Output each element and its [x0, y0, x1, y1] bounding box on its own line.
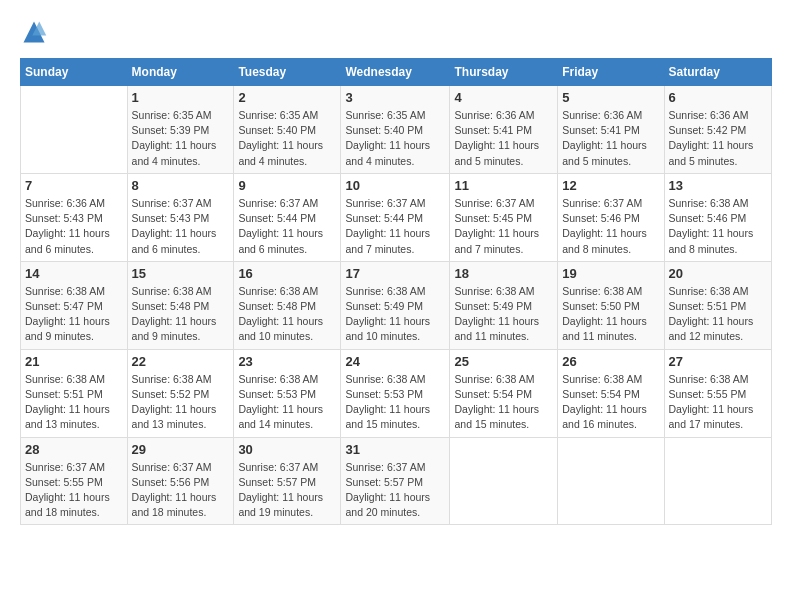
calendar-cell: 21Sunrise: 6:38 AM Sunset: 5:51 PM Dayli…: [21, 349, 128, 437]
day-info: Sunrise: 6:36 AM Sunset: 5:43 PM Dayligh…: [25, 196, 123, 257]
calendar-cell: 6Sunrise: 6:36 AM Sunset: 5:42 PM Daylig…: [664, 86, 771, 174]
calendar-cell: 4Sunrise: 6:36 AM Sunset: 5:41 PM Daylig…: [450, 86, 558, 174]
calendar-cell: 27Sunrise: 6:38 AM Sunset: 5:55 PM Dayli…: [664, 349, 771, 437]
calendar-cell: 31Sunrise: 6:37 AM Sunset: 5:57 PM Dayli…: [341, 437, 450, 525]
calendar-cell: 1Sunrise: 6:35 AM Sunset: 5:39 PM Daylig…: [127, 86, 234, 174]
day-info: Sunrise: 6:37 AM Sunset: 5:56 PM Dayligh…: [132, 460, 230, 521]
day-number: 2: [238, 90, 336, 105]
calendar-cell: 10Sunrise: 6:37 AM Sunset: 5:44 PM Dayli…: [341, 173, 450, 261]
header-saturday: Saturday: [664, 59, 771, 86]
day-number: 18: [454, 266, 553, 281]
calendar-cell: 12Sunrise: 6:37 AM Sunset: 5:46 PM Dayli…: [558, 173, 664, 261]
day-info: Sunrise: 6:38 AM Sunset: 5:48 PM Dayligh…: [132, 284, 230, 345]
calendar-cell: 15Sunrise: 6:38 AM Sunset: 5:48 PM Dayli…: [127, 261, 234, 349]
day-number: 19: [562, 266, 659, 281]
day-number: 1: [132, 90, 230, 105]
calendar-cell: 22Sunrise: 6:38 AM Sunset: 5:52 PM Dayli…: [127, 349, 234, 437]
calendar-cell: 8Sunrise: 6:37 AM Sunset: 5:43 PM Daylig…: [127, 173, 234, 261]
day-info: Sunrise: 6:37 AM Sunset: 5:44 PM Dayligh…: [345, 196, 445, 257]
calendar-cell: [450, 437, 558, 525]
day-number: 23: [238, 354, 336, 369]
calendar-cell: 28Sunrise: 6:37 AM Sunset: 5:55 PM Dayli…: [21, 437, 128, 525]
day-number: 14: [25, 266, 123, 281]
day-number: 21: [25, 354, 123, 369]
day-info: Sunrise: 6:38 AM Sunset: 5:51 PM Dayligh…: [25, 372, 123, 433]
header-friday: Friday: [558, 59, 664, 86]
header-sunday: Sunday: [21, 59, 128, 86]
header-row: SundayMondayTuesdayWednesdayThursdayFrid…: [21, 59, 772, 86]
day-number: 15: [132, 266, 230, 281]
day-info: Sunrise: 6:37 AM Sunset: 5:45 PM Dayligh…: [454, 196, 553, 257]
day-number: 8: [132, 178, 230, 193]
week-row-4: 21Sunrise: 6:38 AM Sunset: 5:51 PM Dayli…: [21, 349, 772, 437]
day-number: 13: [669, 178, 767, 193]
calendar-cell: 11Sunrise: 6:37 AM Sunset: 5:45 PM Dayli…: [450, 173, 558, 261]
calendar-cell: [21, 86, 128, 174]
day-number: 12: [562, 178, 659, 193]
day-info: Sunrise: 6:38 AM Sunset: 5:53 PM Dayligh…: [238, 372, 336, 433]
day-info: Sunrise: 6:38 AM Sunset: 5:54 PM Dayligh…: [562, 372, 659, 433]
day-info: Sunrise: 6:38 AM Sunset: 5:53 PM Dayligh…: [345, 372, 445, 433]
day-info: Sunrise: 6:35 AM Sunset: 5:40 PM Dayligh…: [345, 108, 445, 169]
day-number: 9: [238, 178, 336, 193]
day-info: Sunrise: 6:37 AM Sunset: 5:57 PM Dayligh…: [238, 460, 336, 521]
day-info: Sunrise: 6:37 AM Sunset: 5:44 PM Dayligh…: [238, 196, 336, 257]
calendar-cell: 18Sunrise: 6:38 AM Sunset: 5:49 PM Dayli…: [450, 261, 558, 349]
page-container: SundayMondayTuesdayWednesdayThursdayFrid…: [0, 0, 792, 535]
day-number: 27: [669, 354, 767, 369]
calendar-cell: 5Sunrise: 6:36 AM Sunset: 5:41 PM Daylig…: [558, 86, 664, 174]
header-tuesday: Tuesday: [234, 59, 341, 86]
logo: [20, 18, 52, 46]
day-info: Sunrise: 6:37 AM Sunset: 5:46 PM Dayligh…: [562, 196, 659, 257]
day-number: 17: [345, 266, 445, 281]
calendar-cell: 24Sunrise: 6:38 AM Sunset: 5:53 PM Dayli…: [341, 349, 450, 437]
calendar-cell: 7Sunrise: 6:36 AM Sunset: 5:43 PM Daylig…: [21, 173, 128, 261]
calendar-cell: 3Sunrise: 6:35 AM Sunset: 5:40 PM Daylig…: [341, 86, 450, 174]
day-info: Sunrise: 6:38 AM Sunset: 5:50 PM Dayligh…: [562, 284, 659, 345]
day-number: 22: [132, 354, 230, 369]
calendar-cell: 29Sunrise: 6:37 AM Sunset: 5:56 PM Dayli…: [127, 437, 234, 525]
day-number: 7: [25, 178, 123, 193]
day-number: 29: [132, 442, 230, 457]
week-row-2: 7Sunrise: 6:36 AM Sunset: 5:43 PM Daylig…: [21, 173, 772, 261]
day-info: Sunrise: 6:38 AM Sunset: 5:49 PM Dayligh…: [454, 284, 553, 345]
calendar-cell: 2Sunrise: 6:35 AM Sunset: 5:40 PM Daylig…: [234, 86, 341, 174]
calendar-cell: 26Sunrise: 6:38 AM Sunset: 5:54 PM Dayli…: [558, 349, 664, 437]
day-info: Sunrise: 6:38 AM Sunset: 5:48 PM Dayligh…: [238, 284, 336, 345]
day-number: 24: [345, 354, 445, 369]
header-thursday: Thursday: [450, 59, 558, 86]
calendar-cell: 16Sunrise: 6:38 AM Sunset: 5:48 PM Dayli…: [234, 261, 341, 349]
day-info: Sunrise: 6:38 AM Sunset: 5:55 PM Dayligh…: [669, 372, 767, 433]
week-row-3: 14Sunrise: 6:38 AM Sunset: 5:47 PM Dayli…: [21, 261, 772, 349]
header-wednesday: Wednesday: [341, 59, 450, 86]
day-info: Sunrise: 6:38 AM Sunset: 5:49 PM Dayligh…: [345, 284, 445, 345]
week-row-1: 1Sunrise: 6:35 AM Sunset: 5:39 PM Daylig…: [21, 86, 772, 174]
day-number: 20: [669, 266, 767, 281]
day-number: 3: [345, 90, 445, 105]
day-number: 26: [562, 354, 659, 369]
header-monday: Monday: [127, 59, 234, 86]
day-info: Sunrise: 6:35 AM Sunset: 5:39 PM Dayligh…: [132, 108, 230, 169]
day-number: 10: [345, 178, 445, 193]
calendar-table: SundayMondayTuesdayWednesdayThursdayFrid…: [20, 58, 772, 525]
header: [20, 18, 772, 46]
logo-icon: [20, 18, 48, 46]
day-number: 11: [454, 178, 553, 193]
day-info: Sunrise: 6:38 AM Sunset: 5:47 PM Dayligh…: [25, 284, 123, 345]
day-number: 25: [454, 354, 553, 369]
day-info: Sunrise: 6:37 AM Sunset: 5:55 PM Dayligh…: [25, 460, 123, 521]
calendar-cell: [558, 437, 664, 525]
day-number: 31: [345, 442, 445, 457]
day-number: 4: [454, 90, 553, 105]
calendar-cell: 14Sunrise: 6:38 AM Sunset: 5:47 PM Dayli…: [21, 261, 128, 349]
calendar-cell: 23Sunrise: 6:38 AM Sunset: 5:53 PM Dayli…: [234, 349, 341, 437]
day-info: Sunrise: 6:38 AM Sunset: 5:54 PM Dayligh…: [454, 372, 553, 433]
day-info: Sunrise: 6:38 AM Sunset: 5:46 PM Dayligh…: [669, 196, 767, 257]
calendar-cell: 25Sunrise: 6:38 AM Sunset: 5:54 PM Dayli…: [450, 349, 558, 437]
calendar-cell: [664, 437, 771, 525]
day-number: 30: [238, 442, 336, 457]
day-info: Sunrise: 6:35 AM Sunset: 5:40 PM Dayligh…: [238, 108, 336, 169]
day-number: 16: [238, 266, 336, 281]
day-info: Sunrise: 6:38 AM Sunset: 5:52 PM Dayligh…: [132, 372, 230, 433]
calendar-cell: 9Sunrise: 6:37 AM Sunset: 5:44 PM Daylig…: [234, 173, 341, 261]
